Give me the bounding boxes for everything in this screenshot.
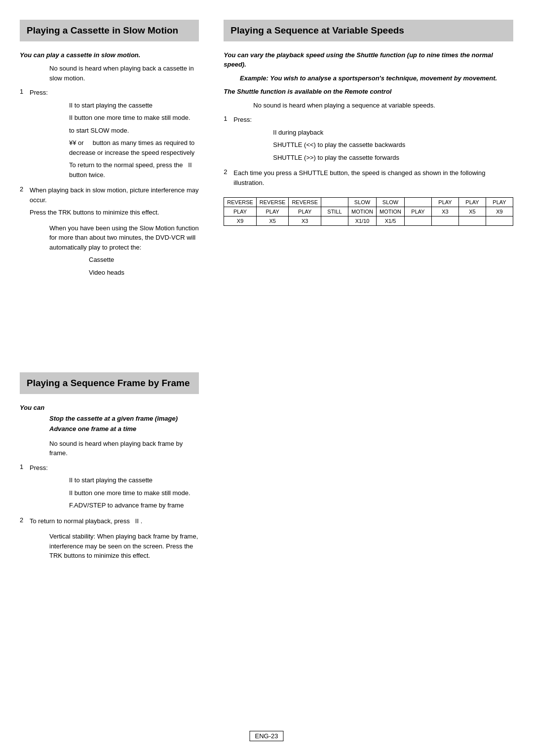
- slow-motion-section: Playing a Cassette in Slow Motion You ca…: [20, 15, 204, 367]
- page-number: ENG-23: [250, 731, 284, 741]
- variable-speeds-header: Playing a Sequence at Variable Speeds: [224, 20, 513, 41]
- frame-by-frame-header: Playing a Sequence Frame by Frame: [20, 372, 199, 394]
- table-row: X9 X5 X3 X1/10 X1/5: [224, 216, 513, 226]
- frame-by-frame-step2: 2 To return to normal playback, press II…: [20, 516, 199, 529]
- frame-by-frame-subtitle3: Advance one frame at a time: [49, 424, 199, 434]
- frame-by-frame-note1: No sound is heard when playing back fram…: [49, 439, 199, 458]
- frame-by-frame-section: Playing a Sequence Frame by Frame You ca…: [20, 367, 204, 650]
- frame-by-frame-subtitle2: Stop the cassette at a given frame (imag…: [49, 414, 199, 424]
- slow-motion-header: Playing a Cassette in Slow Motion: [20, 20, 199, 41]
- table-row: PLAY PLAY PLAY STILL MOTION MOTION PLAY …: [224, 207, 513, 216]
- shuttle-speed-table: REVERSE REVERSE REVERSE SLOW SLOW PLAY P…: [224, 197, 513, 226]
- variable-speeds-step2: 2 Each time you press a SHUTTLE button, …: [224, 168, 513, 190]
- slow-motion-step2: 2 When playing back in slow motion, pict…: [20, 185, 199, 220]
- slow-motion-step1: 1 Press: II to start playing the cassett…: [20, 88, 199, 182]
- frame-by-frame-subtitle1: You can: [20, 403, 199, 413]
- variable-speeds-note1: No sound is heard when playing a sequenc…: [253, 101, 513, 110]
- frame-by-frame-step1: 1 Press: II to start playing the cassett…: [20, 463, 199, 513]
- frame-by-frame-note2: Vertical stability: When playing back fr…: [49, 532, 199, 561]
- variable-speeds-section: Playing a Sequence at Variable Speeds Yo…: [219, 15, 513, 367]
- slow-motion-subtitle: You can play a cassette in slow motion.: [20, 50, 199, 60]
- variable-speeds-subtitle1: You can vary the playback speed using th…: [224, 50, 513, 70]
- table-row: REVERSE REVERSE REVERSE SLOW SLOW PLAY P…: [224, 198, 513, 207]
- variable-speeds-step1: 1 Press: II during playback SHUTTLE (<<)…: [224, 115, 513, 165]
- slow-motion-note2: When you have been using the Slow Motion…: [49, 223, 199, 278]
- variable-speeds-example: Example: You wish to analyse a sportsper…: [224, 73, 513, 83]
- variable-speeds-shuttle-note: The Shuttle function is available on the…: [224, 87, 513, 97]
- slow-motion-note1: No sound is heard when playing back a ca…: [49, 64, 199, 83]
